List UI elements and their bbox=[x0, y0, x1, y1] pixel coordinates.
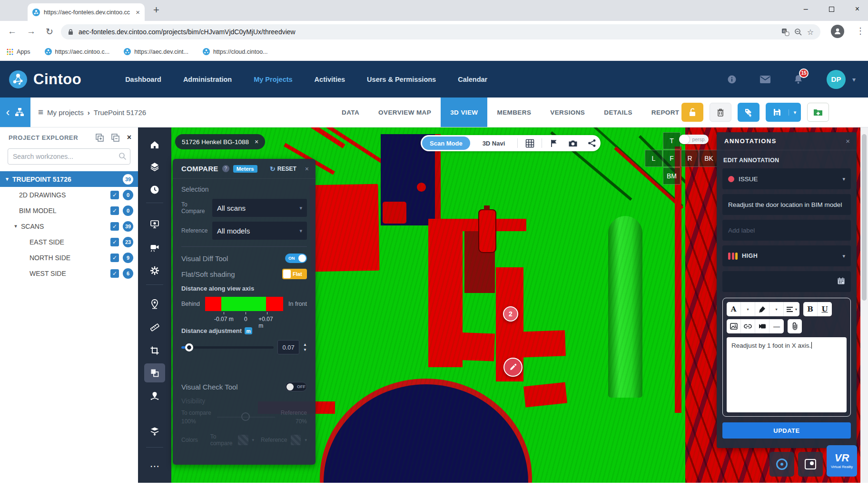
shading-toggle[interactable]: Flat bbox=[282, 269, 307, 279]
horizontal-rule-icon[interactable]: — bbox=[769, 319, 784, 333]
slider-knob[interactable] bbox=[185, 343, 193, 351]
minimap-button[interactable] bbox=[798, 452, 823, 477]
caret-down-icon[interactable]: ▾ bbox=[4, 176, 10, 182]
brush-caret-icon[interactable]: ▾ bbox=[769, 302, 784, 316]
explorer-toggle-block[interactable]: ‹ bbox=[0, 98, 30, 127]
reset-button[interactable]: ↻RESET bbox=[270, 165, 296, 173]
3d-navi-toggle[interactable]: 3D Navi bbox=[475, 137, 513, 150]
scan-mode-toggle[interactable]: Scan Mode bbox=[422, 137, 470, 150]
annotation-note-textarea[interactable]: Readjust by 1 foot in X axis. bbox=[727, 337, 847, 412]
tab-overview-map[interactable]: OVERVIEW MAP bbox=[369, 98, 441, 127]
cube-face-front[interactable]: F bbox=[663, 150, 681, 167]
text-color-brush-icon[interactable] bbox=[755, 302, 769, 316]
page-scrollbar[interactable] bbox=[860, 127, 868, 483]
annotation-label-field[interactable] bbox=[722, 220, 851, 241]
nav-activities[interactable]: Activities bbox=[315, 76, 345, 83]
compare-close-icon[interactable]: × bbox=[305, 165, 309, 173]
save-icon[interactable] bbox=[766, 108, 789, 117]
align-button[interactable]: ▾ bbox=[784, 302, 799, 316]
notifications-bell-icon[interactable]: 15 bbox=[793, 74, 804, 85]
menu-icon[interactable]: ≡ bbox=[38, 107, 43, 117]
translate-icon[interactable]: G bbox=[781, 28, 789, 36]
cube-face-left[interactable]: L bbox=[645, 150, 662, 167]
more-options-icon[interactable]: ⋯ bbox=[144, 457, 165, 476]
virtual-reality-button[interactable]: VR Virtual Reality bbox=[827, 445, 857, 477]
workzone-tag-close-icon[interactable]: × bbox=[255, 138, 258, 146]
chevron-down-icon[interactable]: ▾ bbox=[852, 76, 856, 83]
update-button[interactable]: UPDATE bbox=[722, 422, 851, 439]
help-icon[interactable]: ? bbox=[222, 165, 229, 172]
crop-icon[interactable] bbox=[144, 341, 165, 360]
expand-all-icon[interactable] bbox=[96, 134, 104, 142]
font-caret-icon[interactable]: ▾ bbox=[741, 302, 755, 316]
window-minimize-icon[interactable]: – bbox=[804, 5, 808, 13]
nav-my-projects[interactable]: My Projects bbox=[254, 76, 292, 83]
visibility-checkbox[interactable]: ✓ bbox=[110, 222, 119, 231]
new-tab-button[interactable]: + bbox=[153, 4, 159, 16]
add-to-folder-button[interactable] bbox=[807, 103, 829, 122]
annotation-marker-edit[interactable] bbox=[503, 358, 523, 377]
back-icon[interactable]: ← bbox=[8, 26, 17, 37]
calendar-icon[interactable] bbox=[837, 277, 845, 286]
cube-face-right[interactable]: R bbox=[681, 150, 699, 167]
browser-menu-icon[interactable]: ⋮ bbox=[856, 26, 865, 36]
perspective-toggle[interactable]: persp. bbox=[679, 135, 709, 144]
address-bar[interactable]: aec-fonteles.dev.cintoo.com/projects/bim… bbox=[61, 24, 820, 39]
cube-face-bottom[interactable]: BM bbox=[663, 167, 681, 185]
unlock-button[interactable] bbox=[681, 103, 703, 122]
scan-points-icon[interactable] bbox=[144, 386, 165, 405]
info-icon[interactable] bbox=[727, 74, 737, 85]
collapse-back-icon[interactable]: ‹ bbox=[6, 107, 10, 118]
tree-item-bim-model[interactable]: BIM MODEL ✓ 0 bbox=[0, 203, 138, 218]
breadcrumb-root[interactable]: My projects bbox=[47, 108, 84, 117]
home-icon[interactable] bbox=[144, 135, 165, 154]
nav-administration[interactable]: Administration bbox=[183, 76, 232, 83]
insert-video-icon[interactable] bbox=[755, 319, 769, 333]
annotation-priority-dropdown[interactable]: HIGH ▾ bbox=[722, 245, 851, 266]
tree-item-truepoint[interactable]: ▾ TRUEPOINT 51726 39 bbox=[0, 171, 138, 187]
video-camera-icon[interactable] bbox=[144, 238, 165, 257]
location-pin-icon[interactable] bbox=[144, 294, 165, 313]
grid-view-icon[interactable] bbox=[523, 139, 537, 148]
step-down-icon[interactable]: ▼ bbox=[303, 348, 307, 352]
nav-dashboard[interactable]: Dashboard bbox=[125, 76, 161, 83]
annotation-label-input[interactable] bbox=[728, 227, 845, 234]
zoom-out-icon[interactable] bbox=[794, 28, 802, 36]
tag-select-button[interactable] bbox=[738, 103, 760, 122]
visibility-checkbox[interactable]: ✓ bbox=[110, 206, 119, 215]
nav-users-permissions[interactable]: Users & Permissions bbox=[367, 76, 436, 83]
apps-shortcut[interactable]: Apps bbox=[7, 49, 30, 55]
visibility-checkbox[interactable]: ✓ bbox=[110, 269, 119, 278]
browser-tab[interactable]: https://aec-fonteles.dev.cintoo.cc × bbox=[28, 3, 145, 21]
tree-item-west-side[interactable]: WEST SIDE ✓ 6 bbox=[0, 265, 138, 281]
history-clock-icon[interactable] bbox=[144, 180, 165, 199]
bookmark-item[interactable]: https://aec.dev.cint... bbox=[124, 48, 188, 55]
visual-diff-toggle[interactable]: ON bbox=[285, 254, 307, 263]
viewport-3d[interactable]: ⋯ 51726 Henkel BG-1088 × Scan Mode 3D Na… bbox=[138, 127, 860, 483]
tab-members[interactable]: MEMBERS bbox=[487, 98, 541, 127]
cube-face-top[interactable]: T bbox=[663, 132, 681, 149]
bookmark-item[interactable]: https://aec.cintoo.c... bbox=[45, 48, 110, 55]
cube-face-back[interactable]: BK bbox=[699, 150, 719, 167]
user-avatar[interactable]: DP bbox=[827, 70, 846, 89]
visibility-checkbox[interactable]: ✓ bbox=[110, 238, 119, 246]
annotation-title-input[interactable] bbox=[728, 201, 845, 208]
scrollbar-thumb[interactable] bbox=[862, 134, 867, 301]
tab-close-icon[interactable]: × bbox=[136, 8, 140, 16]
tab-versions[interactable]: VERSIONS bbox=[541, 98, 594, 127]
compare-diff-icon[interactable] bbox=[144, 363, 165, 382]
tree-item-east-side[interactable]: EAST SIDE ✓ 23 bbox=[0, 234, 138, 250]
insert-link-icon[interactable] bbox=[741, 319, 755, 333]
annotation-marker-2[interactable]: 2 bbox=[503, 306, 518, 322]
screenshot-camera-icon[interactable] bbox=[566, 139, 580, 147]
tab-details[interactable]: DETAILS bbox=[594, 98, 642, 127]
window-close-icon[interactable]: × bbox=[855, 5, 859, 13]
workzone-tag[interactable]: 51726 Henkel BG-1088 × bbox=[175, 134, 265, 149]
window-restore-icon[interactable] bbox=[829, 7, 834, 12]
measure-ruler-icon[interactable] bbox=[144, 318, 165, 337]
visibility-checkbox[interactable]: ✓ bbox=[110, 191, 119, 199]
visibility-checkbox[interactable]: ✓ bbox=[110, 254, 119, 262]
visual-check-toggle[interactable]: OFF bbox=[285, 382, 307, 391]
profile-avatar[interactable] bbox=[831, 25, 844, 38]
annotation-type-dropdown[interactable]: ISSUE ▾ bbox=[722, 168, 851, 189]
